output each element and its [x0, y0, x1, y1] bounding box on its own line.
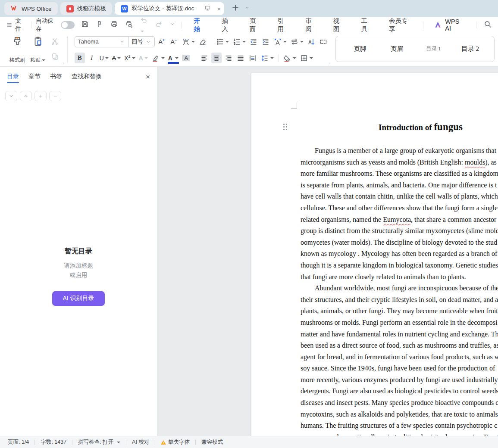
split-window-icon[interactable]: [204, 4, 211, 13]
close-sidebar-icon[interactable]: ×: [146, 73, 150, 81]
font-name-select[interactable]: Tahoma: [75, 37, 128, 47]
superscript-button[interactable]: X2: [123, 53, 136, 63]
italic-button[interactable]: I: [87, 53, 97, 63]
tab-docer-templates[interactable]: 找稻壳模板: [60, 2, 113, 15]
borders-button[interactable]: [299, 53, 314, 63]
style-preview-item[interactable]: 页脚: [351, 45, 369, 53]
distribute-button[interactable]: [247, 53, 258, 63]
decrease-font-button[interactable]: A−: [169, 36, 179, 47]
status-item[interactable]: 拼写检查: 打开: [72, 439, 126, 446]
doc-text-line[interactable]: known as mycology . Mycology has often b…: [301, 248, 498, 260]
clear-format-button[interactable]: [197, 36, 208, 47]
doc-text-line[interactable]: been used as a direct source of food, su…: [301, 340, 498, 352]
doc-text-line[interactable]: Fungus is a member of a large group of e…: [301, 145, 498, 157]
doc-text-line[interactable]: more familiar mushrooms. These organisms…: [301, 168, 498, 180]
align-right-button[interactable]: [223, 53, 234, 63]
status-item[interactable]: 缺失字体: [155, 439, 195, 446]
text-tool-button[interactable]: [181, 36, 196, 47]
bold-button[interactable]: B: [75, 53, 85, 63]
sidebar-tab[interactable]: 书签: [50, 73, 62, 83]
increase-indent-button[interactable]: [260, 36, 271, 47]
doc-text-line[interactable]: cellulose. These and other differences s…: [301, 202, 498, 214]
tab-list-chevron-icon[interactable]: [244, 5, 250, 12]
redo-button[interactable]: [155, 20, 163, 30]
undo-button[interactable]: [139, 16, 149, 34]
paragraph-drag-handle-icon[interactable]: [283, 124, 288, 131]
paste-button[interactable]: 粘贴: [28, 35, 48, 65]
doc-text-line[interactable]: diseases and insect pests. Many species …: [301, 397, 498, 409]
doc-text-line[interactable]: matter and have fundamental roles in nut…: [301, 329, 498, 340]
document-page[interactable]: Introduction of fungus Fungus is a membe…: [251, 73, 498, 436]
style-preview-item[interactable]: 目录 2: [461, 45, 479, 53]
font-color-button[interactable]: A: [167, 53, 179, 63]
status-item[interactable]: 页面: 1/4: [7, 439, 34, 446]
bullet-list-button[interactable]: [215, 36, 230, 47]
status-item[interactable]: 字数: 1437: [35, 439, 72, 446]
outline-expand-button[interactable]: +: [34, 91, 47, 101]
sidebar-tab[interactable]: 章节: [28, 73, 41, 83]
character-scale-button[interactable]: [272, 36, 288, 47]
doc-text-line[interactable]: microorganisms such as yeasts and molds …: [301, 157, 498, 168]
export-pdf-button[interactable]: [95, 20, 104, 30]
clipboard-dialog-launcher[interactable]: ⌟: [62, 60, 64, 65]
status-item[interactable]: AI 校对: [126, 439, 155, 446]
search-button[interactable]: [483, 20, 492, 30]
strikethrough-button[interactable]: A: [111, 53, 122, 63]
outline-prev-button[interactable]: [20, 91, 32, 101]
numbered-list-button[interactable]: [232, 36, 247, 47]
doc-text-line[interactable]: more recently, various enzymes produced …: [301, 374, 498, 386]
wps-ai-button[interactable]: WPS AI: [434, 18, 466, 32]
outline-next-button[interactable]: [5, 91, 17, 101]
doc-text-line[interactable]: mushrooms or molds. Fungi perform an ess…: [301, 317, 498, 329]
status-item[interactable]: 兼容模式: [196, 439, 229, 446]
highlight-color-button[interactable]: [150, 53, 166, 63]
doc-text-line[interactable]: is separate from plants, animals, and ba…: [301, 180, 498, 191]
doc-text-line[interactable]: their structures, and their cryptic life…: [301, 294, 498, 306]
doc-text-line[interactable]: related organisms, named the Eumycota, t…: [301, 214, 498, 226]
doc-text-line[interactable]: mycotoxins, such as alkaloids and polyke…: [301, 409, 498, 420]
tab-grid-button[interactable]: [318, 36, 329, 47]
cjk-layout-button[interactable]: [289, 36, 304, 47]
cut-button[interactable]: [50, 37, 59, 47]
increase-font-button[interactable]: A+: [157, 36, 167, 47]
outline-collapse-button[interactable]: −: [49, 91, 61, 101]
new-tab-button[interactable]: [231, 3, 240, 14]
justify-button[interactable]: [235, 53, 246, 63]
toolbar-more-chevron-icon[interactable]: [169, 21, 175, 29]
copy-button[interactable]: [50, 52, 59, 62]
shading-button[interactable]: [282, 53, 297, 63]
document-title[interactable]: Introduction of fungus: [379, 121, 463, 133]
style-preview-item[interactable]: 页眉: [388, 45, 406, 53]
tab-document[interactable]: W 双学位论文 - 英译汉.doc ×: [115, 2, 224, 15]
style-preview-item[interactable]: 目录 1: [424, 45, 443, 53]
text-effects-button[interactable]: A: [138, 53, 149, 63]
font-size-select[interactable]: 四号: [128, 37, 154, 47]
character-shading-button[interactable]: A: [181, 53, 191, 63]
doc-body[interactable]: Fungus is a member of a large group of e…: [251, 145, 498, 436]
doc-text-line[interactable]: plants, animals, or other fungi. They ma…: [301, 305, 498, 317]
doc-text-line[interactable]: that fungi are more closely related to a…: [301, 271, 498, 283]
file-menu-button[interactable]: 文件: [6, 17, 27, 33]
sort-button[interactable]: [306, 36, 316, 47]
doc-text-line[interactable]: oomycetes (water molds). The discipline …: [301, 237, 498, 249]
sidebar-tab[interactable]: 目录: [7, 73, 19, 83]
doc-text-line[interactable]: have cell walls that contain chitin, unl…: [301, 191, 498, 202]
decrease-indent-button[interactable]: [248, 36, 259, 47]
close-tab-icon[interactable]: ×: [217, 5, 221, 12]
doc-text-line[interactable]: Abundant worldwide, most fungi are incon…: [301, 283, 498, 294]
autosave-toggle[interactable]: [61, 21, 75, 29]
align-left-button[interactable]: [199, 53, 210, 63]
doc-text-line[interactable]: soy sauce. Since the 1940s, fungi have b…: [301, 363, 498, 374]
doc-text-line[interactable]: agent for bread, and in fermentation of …: [301, 352, 498, 363]
doc-text-line[interactable]: detergents. Fungi are also used as biolo…: [301, 386, 498, 397]
tab-wps-office[interactable]: WPS Office: [4, 2, 58, 15]
print-button[interactable]: [110, 20, 119, 30]
font-paragraph-dialog-launcher[interactable]: ⌟: [329, 60, 331, 65]
format-painter-button[interactable]: 格式刷: [7, 35, 28, 65]
save-button[interactable]: [81, 20, 89, 30]
doc-text-line[interactable]: group is distinct from the structurally …: [301, 225, 498, 237]
line-spacing-button[interactable]: [260, 53, 275, 63]
ai-recognize-toc-button[interactable]: AI 识别目录: [52, 291, 104, 306]
doc-text-line[interactable]: are consumed recreationally or in tradit…: [301, 432, 498, 436]
align-center-button[interactable]: [211, 53, 222, 63]
